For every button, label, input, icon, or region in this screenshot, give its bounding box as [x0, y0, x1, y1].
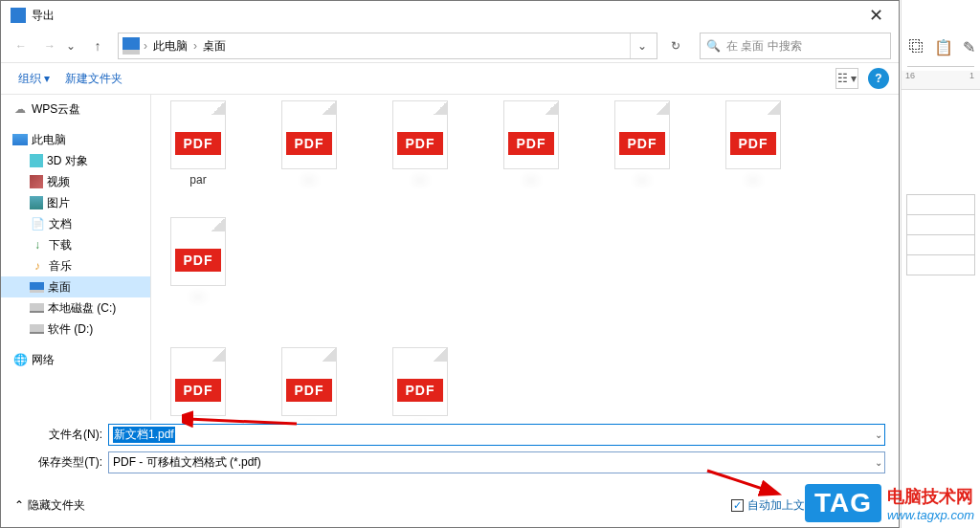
watermark-cn: 电脑技术网 [887, 485, 974, 508]
back-button[interactable]: ← [9, 33, 33, 58]
sidebar-item-label: 文档 [49, 216, 72, 232]
filetype-select[interactable]: PDF - 可移植文档格式 (*.pdf) ⌄ [108, 451, 885, 473]
pdf-icon: PDF [281, 100, 337, 169]
file-item[interactable]: PDFpar [165, 100, 232, 204]
breadcrumb-desktop[interactable]: 桌面 [199, 38, 230, 55]
sidebar-item-label: 软件 (D:) [48, 321, 93, 338]
checkbox-icon: ✓ [731, 499, 744, 512]
filetype-value: PDF - 可移植文档格式 (*.pdf) [113, 454, 261, 471]
toolbar: 组织▾ 新建文件夹 ☷ ▾ ? [1, 62, 899, 95]
chevron-down-icon[interactable]: ⌄ [875, 457, 882, 468]
location-icon [122, 37, 140, 55]
sidebar: ☁WPS云盘此电脑3D 对象视频图片📄文档↓下载♪音乐桌面本地磁盘 (C:)软件… [1, 95, 151, 420]
filename-label: 文件名(N): [14, 427, 108, 443]
pdf-badge: PDF [508, 132, 554, 155]
file-label: — [747, 173, 759, 204]
chevron-down-icon: ▾ [44, 72, 50, 85]
file-view[interactable]: PDFparPDF—PDF—PDF—PDF—PDF—PDF—PDF—PDF—PD… [151, 95, 899, 420]
sidebar-item-label: 网络 [32, 352, 55, 368]
file-item[interactable]: PDF— [165, 347, 232, 420]
sidebar-item[interactable]: ♪音乐 [1, 255, 150, 276]
sidebar-item[interactable]: ↓下载 [1, 234, 150, 255]
address-bar[interactable]: › 此电脑 › 桌面 ⌄ [118, 33, 657, 59]
pdf-badge: PDF [175, 132, 221, 155]
pdf-badge: PDF [730, 132, 776, 155]
hide-folders-toggle[interactable]: ⌃ 隐藏文件夹 [14, 497, 85, 514]
sidebar-item[interactable]: 软件 (D:) [1, 319, 150, 340]
paste-icon[interactable]: 📋 [934, 38, 953, 56]
sidebar-item-label: WPS云盘 [32, 101, 80, 118]
i-pic-icon [30, 196, 43, 209]
refresh-button[interactable]: ↻ [661, 33, 690, 59]
help-button[interactable]: ? [868, 68, 889, 89]
app-icon [11, 8, 26, 23]
sidebar-item[interactable]: 🌐网络 [1, 349, 150, 370]
pdf-icon: PDF [392, 100, 448, 169]
file-label: — [636, 173, 648, 204]
view-mode-button[interactable]: ☷ ▾ [835, 68, 858, 89]
file-label: — [414, 173, 426, 204]
pdf-icon: PDF [725, 100, 781, 169]
forward-button[interactable]: → [37, 33, 62, 58]
sidebar-item[interactable]: 图片 [1, 192, 150, 213]
sidebar-item[interactable]: 视频 [1, 171, 150, 192]
copy-icon[interactable]: ⿻ [909, 38, 924, 56]
i-doc-icon: 📄 [30, 216, 45, 231]
file-item[interactable]: PDF— [276, 100, 343, 204]
sidebar-item[interactable]: 此电脑 [1, 129, 150, 150]
pdf-icon: PDF [281, 347, 337, 416]
pdf-badge: PDF [286, 132, 332, 155]
highlight-icon[interactable]: ✎ [963, 38, 975, 56]
organize-menu[interactable]: 组织▾ [11, 67, 57, 91]
i-net-icon: 🌐 [12, 352, 28, 367]
i-video-icon [30, 175, 43, 188]
i-3d-icon [30, 154, 43, 167]
sidebar-item[interactable]: ☁WPS云盘 [1, 99, 150, 120]
watermark: TAG 电脑技术网 www.tagxp.com [805, 484, 974, 522]
search-placeholder: 在 桌面 中搜索 [726, 38, 802, 55]
sidebar-item-label: 桌面 [48, 279, 71, 296]
file-item[interactable]: PDF— [276, 347, 343, 420]
main-area: ☁WPS云盘此电脑3D 对象视频图片📄文档↓下载♪音乐桌面本地磁盘 (C:)软件… [1, 95, 899, 420]
sidebar-item[interactable]: 📄文档 [1, 213, 150, 234]
file-item[interactable]: PDF— [165, 217, 232, 320]
watermark-url: www.tagxp.com [887, 508, 974, 522]
pdf-icon: PDF [392, 347, 448, 416]
chevron-down-icon[interactable]: ⌄ [875, 429, 882, 440]
sidebar-item-label: 视频 [47, 174, 70, 190]
filetype-label: 保存类型(T): [14, 454, 108, 471]
sidebar-item[interactable]: 桌面 [1, 276, 150, 297]
titlebar: 导出 ✕ [1, 1, 899, 30]
sidebar-item-label: 此电脑 [32, 132, 66, 148]
i-dl-icon: ↓ [30, 237, 45, 253]
file-item[interactable]: PDF— [720, 100, 787, 204]
chevron-icon: ⌃ [14, 498, 24, 512]
file-label: — [303, 173, 315, 204]
filename-input[interactable]: 新文档1.pdf ⌄ [108, 424, 885, 446]
close-button[interactable]: ✕ [857, 1, 895, 30]
filename-value: 新文档1.pdf [113, 427, 175, 443]
view-controls: ☷ ▾ [835, 68, 858, 89]
search-input[interactable]: 🔍 在 桌面 中搜索 [700, 33, 891, 59]
sidebar-item-label: 下载 [49, 237, 72, 253]
file-item[interactable]: PDF— [498, 100, 565, 204]
i-drive-icon [30, 303, 44, 313]
sidebar-item[interactable]: 本地磁盘 (C:) [1, 297, 150, 319]
file-label: — [525, 173, 537, 204]
file-item[interactable]: PDF— [609, 100, 676, 204]
file-item[interactable]: PDF— [387, 347, 454, 420]
i-pc-icon [12, 134, 28, 145]
up-button[interactable]: ↑ [85, 33, 110, 58]
side-toolbar: ⿻ 📋 ✎ [902, 0, 980, 62]
file-label: — [192, 290, 204, 320]
history-dropdown[interactable]: ⌄ [66, 39, 81, 53]
file-item[interactable]: PDF— [387, 100, 454, 204]
sidebar-item[interactable]: 3D 对象 [1, 150, 150, 171]
new-folder-button[interactable]: 新建文件夹 [57, 67, 130, 91]
file-label: par [189, 173, 206, 204]
address-dropdown[interactable]: ⌄ [630, 33, 653, 58]
pdf-badge: PDF [397, 132, 443, 155]
pdf-icon: PDF [170, 347, 226, 416]
pdf-icon: PDF [614, 100, 670, 169]
breadcrumb-pc[interactable]: 此电脑 [149, 38, 191, 55]
